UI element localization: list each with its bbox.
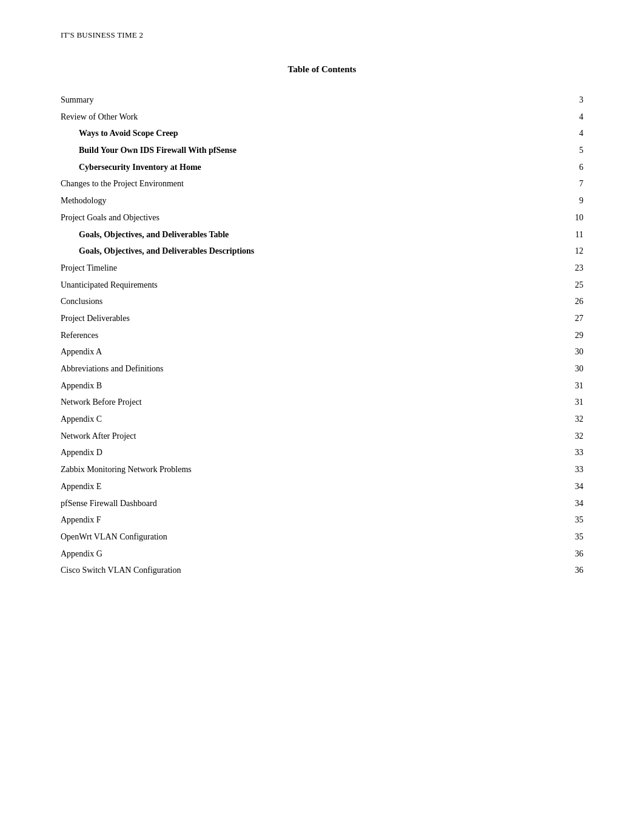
toc-entry-page: 23 — [521, 260, 583, 277]
toc-row: Goals, Objectives, and Deliverables Tabl… — [61, 226, 583, 243]
toc-row: Ways to Avoid Scope Creep4 — [61, 125, 583, 142]
toc-entry-label: Goals, Objectives, and Deliverables Tabl… — [61, 226, 521, 243]
toc-entry-page: 32 — [521, 411, 583, 428]
toc-row: References29 — [61, 327, 583, 344]
toc-entry-label: Ways to Avoid Scope Creep — [61, 125, 521, 142]
toc-entry-label: Methodology — [61, 192, 521, 209]
toc-entry-label: Network After Project — [61, 428, 521, 445]
toc-row: Abbreviations and Definitions30 — [61, 360, 583, 377]
toc-entry-page: 26 — [521, 293, 583, 310]
toc-row: Unanticipated Requirements25 — [61, 277, 583, 294]
toc-entry-label: Project Deliverables — [61, 310, 521, 327]
toc-entry-page: 29 — [521, 327, 583, 344]
toc-entry-label: Appendix D — [61, 444, 521, 461]
toc-row: Project Deliverables27 — [61, 310, 583, 327]
toc-entry-page: 27 — [521, 310, 583, 327]
header-text: IT'S BUSINESS TIME 2 — [61, 30, 143, 39]
toc-entry-page: 11 — [521, 226, 583, 243]
toc-entry-label: Abbreviations and Definitions — [61, 360, 521, 377]
toc-row: Review of Other Work4 — [61, 109, 583, 126]
toc-row: Appendix D33 — [61, 444, 583, 461]
toc-entry-page: 30 — [521, 360, 583, 377]
toc-row: Appendix E34 — [61, 478, 583, 495]
toc-entry-label: Conclusions — [61, 293, 521, 310]
toc-entry-label: Zabbix Monitoring Network Problems — [61, 461, 521, 478]
toc-entry-page: 9 — [521, 192, 583, 209]
toc-entry-page: 12 — [521, 243, 583, 260]
toc-entry-label: Appendix B — [61, 377, 521, 394]
toc-entry-page: 35 — [521, 512, 583, 529]
toc-row: Appendix G36 — [61, 546, 583, 563]
toc-entry-label: References — [61, 327, 521, 344]
toc-row: Methodology9 — [61, 192, 583, 209]
toc-entry-page: 7 — [521, 175, 583, 192]
toc-row: Goals, Objectives, and Deliverables Desc… — [61, 243, 583, 260]
toc-entry-page: 10 — [521, 209, 583, 226]
toc-entry-label: OpenWrt VLAN Configuration — [61, 529, 521, 546]
toc-entry-label: Project Timeline — [61, 260, 521, 277]
toc-entry-label: Cisco Switch VLAN Configuration — [61, 562, 521, 579]
toc-entry-page: 25 — [521, 277, 583, 294]
toc-title: Table of Contents — [61, 64, 583, 75]
toc-row: Cybersecurity Inventory at Home6 — [61, 159, 583, 176]
toc-entry-page: 5 — [521, 142, 583, 159]
toc-entry-label: Summary — [61, 92, 521, 109]
toc-entry-label: Unanticipated Requirements — [61, 277, 521, 294]
toc-entry-label: Appendix C — [61, 411, 521, 428]
toc-entry-label: pfSense Firewall Dashboard — [61, 495, 521, 512]
toc-entry-label: Changes to the Project Environment — [61, 175, 521, 192]
page: IT'S BUSINESS TIME 2 Table of Contents S… — [0, 0, 644, 835]
toc-row: Network Before Project31 — [61, 394, 583, 411]
toc-row: Appendix F35 — [61, 512, 583, 529]
toc-entry-label: Appendix A — [61, 343, 521, 360]
toc-row: Zabbix Monitoring Network Problems33 — [61, 461, 583, 478]
toc-entry-label: Network Before Project — [61, 394, 521, 411]
toc-entry-page: 33 — [521, 461, 583, 478]
toc-row: Conclusions26 — [61, 293, 583, 310]
toc-entry-page: 31 — [521, 394, 583, 411]
toc-row: Network After Project32 — [61, 428, 583, 445]
toc-entry-label: Cybersecurity Inventory at Home — [61, 159, 521, 176]
toc-entry-page: 30 — [521, 343, 583, 360]
toc-entry-page: 4 — [521, 109, 583, 126]
toc-row: OpenWrt VLAN Configuration35 — [61, 529, 583, 546]
toc-row: Changes to the Project Environment7 — [61, 175, 583, 192]
toc-entry-page: 6 — [521, 159, 583, 176]
toc-entry-label: Goals, Objectives, and Deliverables Desc… — [61, 243, 521, 260]
toc-table: Summary3Review of Other Work4Ways to Avo… — [61, 92, 583, 579]
toc-row: Project Timeline23 — [61, 260, 583, 277]
toc-entry-label: Build Your Own IDS Firewall With pfSense — [61, 142, 521, 159]
toc-entry-page: 33 — [521, 444, 583, 461]
toc-entry-page: 35 — [521, 529, 583, 546]
toc-entry-page: 3 — [521, 92, 583, 109]
page-header: IT'S BUSINESS TIME 2 — [61, 30, 583, 40]
toc-row: Cisco Switch VLAN Configuration36 — [61, 562, 583, 579]
toc-entry-page: 36 — [521, 546, 583, 563]
toc-entry-page: 31 — [521, 377, 583, 394]
toc-row: Project Goals and Objectives10 — [61, 209, 583, 226]
toc-row: pfSense Firewall Dashboard34 — [61, 495, 583, 512]
toc-row: Appendix C32 — [61, 411, 583, 428]
toc-entry-page: 32 — [521, 428, 583, 445]
toc-entry-label: Project Goals and Objectives — [61, 209, 521, 226]
toc-entry-page: 34 — [521, 495, 583, 512]
toc-entry-page: 36 — [521, 562, 583, 579]
toc-entry-page: 4 — [521, 125, 583, 142]
toc-entry-label: Appendix E — [61, 478, 521, 495]
toc-entry-label: Appendix F — [61, 512, 521, 529]
toc-row: Build Your Own IDS Firewall With pfSense… — [61, 142, 583, 159]
toc-row: Appendix B31 — [61, 377, 583, 394]
toc-row: Summary3 — [61, 92, 583, 109]
toc-row: Appendix A30 — [61, 343, 583, 360]
toc-entry-label: Review of Other Work — [61, 109, 521, 126]
toc-entry-page: 34 — [521, 478, 583, 495]
toc-entry-label: Appendix G — [61, 546, 521, 563]
